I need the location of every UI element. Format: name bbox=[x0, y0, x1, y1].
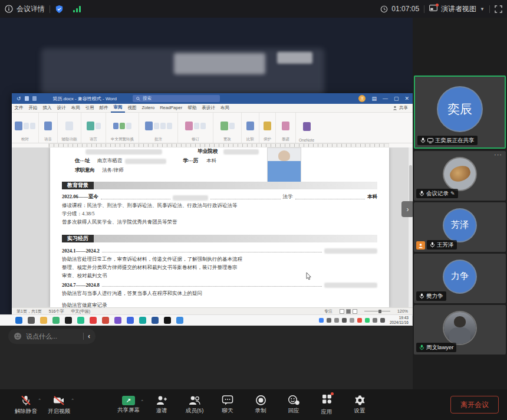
scrollbar-thumb[interactable] bbox=[409, 165, 412, 206]
taskbar-app-icon[interactable] bbox=[152, 317, 159, 324]
simplified-to-traditional-icon[interactable] bbox=[120, 123, 125, 129]
participant-tile[interactable]: 芳泽 王芳泽 bbox=[414, 202, 506, 252]
zoom-knob[interactable] bbox=[378, 310, 381, 313]
view-mode-selector[interactable]: 演讲者视图 ▼ bbox=[429, 4, 485, 14]
taskbar-app-icon[interactable] bbox=[52, 317, 60, 324]
start-video-button[interactable]: 开启视频 ⌃ bbox=[42, 395, 75, 415]
zoom-level[interactable]: 120% bbox=[397, 309, 408, 313]
tab-mailings[interactable]: 邮件 bbox=[97, 104, 111, 112]
network-quality[interactable] bbox=[73, 5, 81, 12]
tray-icon[interactable] bbox=[334, 318, 339, 323]
share-screen-button[interactable]: ↗ 共享屏幕 ⌃ bbox=[112, 396, 145, 414]
apps-button[interactable]: 应用 bbox=[310, 393, 343, 416]
document-page[interactable]: 毕业院校 住···址 南京市栖霞 学···历 本科 求职意向 法务/律师 bbox=[50, 147, 389, 307]
security-shield[interactable] bbox=[55, 5, 64, 14]
participant-tile[interactable]: ··· 会议记录 ✎ bbox=[414, 151, 506, 201]
taskbar-app-icon[interactable] bbox=[40, 317, 47, 324]
tray-icon[interactable] bbox=[342, 318, 347, 323]
tab-insert[interactable]: 插入 bbox=[40, 104, 54, 112]
leave-meeting-button[interactable]: 离开会议 bbox=[450, 396, 499, 414]
ribbon-display-icon[interactable]: ▤ bbox=[371, 96, 377, 101]
language-icon[interactable] bbox=[96, 123, 101, 129]
tab-layout[interactable]: 布局 bbox=[68, 104, 83, 112]
translate-icon[interactable] bbox=[87, 122, 94, 130]
quick-chat-bar[interactable]: 说点什么... ‹ bbox=[8, 329, 96, 344]
collapse-chat-icon[interactable]: ‹ bbox=[88, 332, 90, 340]
emoji-icon[interactable] bbox=[14, 332, 22, 340]
spellcheck-icon[interactable] bbox=[15, 122, 22, 130]
tray-icon[interactable] bbox=[373, 318, 377, 323]
previous-comment-icon[interactable] bbox=[160, 123, 166, 129]
edit-pencil-icon[interactable]: ✎ bbox=[450, 191, 455, 196]
zoom-slider[interactable] bbox=[364, 311, 390, 311]
tray-icon[interactable] bbox=[327, 318, 331, 323]
tab-review[interactable]: 审阅 bbox=[111, 103, 125, 113]
taskbar-app-icon[interactable] bbox=[15, 317, 22, 324]
taskbar-app-icon[interactable] bbox=[176, 317, 183, 324]
word-count[interactable]: 516个字 bbox=[49, 309, 64, 314]
restore-icon[interactable]: ▢ bbox=[394, 96, 399, 101]
more-options[interactable]: ··· bbox=[494, 151, 502, 158]
tab-design[interactable]: 设计 bbox=[54, 104, 68, 112]
web-layout-icon[interactable] bbox=[353, 309, 357, 314]
record-button[interactable]: 录制 bbox=[244, 395, 277, 415]
settings-button[interactable]: 设置 bbox=[343, 395, 376, 415]
tab-zotero[interactable]: Zotero bbox=[139, 104, 157, 112]
fullscreen-button[interactable] bbox=[495, 5, 502, 13]
tab-help[interactable]: 帮助 bbox=[185, 104, 199, 112]
onenote-icon[interactable] bbox=[303, 122, 311, 131]
doc-scrollbar[interactable] bbox=[409, 147, 413, 307]
word-count-icon[interactable] bbox=[30, 123, 35, 129]
taskbar-app-icon[interactable] bbox=[139, 317, 146, 324]
next-comment-icon[interactable] bbox=[167, 123, 172, 129]
tray-icon[interactable] bbox=[365, 318, 370, 323]
taskbar-app-icon[interactable] bbox=[102, 317, 109, 324]
chevron-up-icon[interactable]: ⌃ bbox=[140, 399, 144, 404]
reactions-button[interactable]: 回应 bbox=[277, 395, 310, 415]
tab-table-layout[interactable]: 布局 bbox=[218, 104, 232, 112]
language-indicator[interactable]: 中文(中国) bbox=[71, 309, 90, 314]
chat-button[interactable]: 聊天 bbox=[211, 395, 244, 415]
thesaurus-icon[interactable] bbox=[24, 123, 29, 129]
compare-icon[interactable] bbox=[246, 122, 254, 130]
word-title-bar[interactable]: ↺ 简历.docx - 兼容性模式 - Word 搜索 王 ▤ — ▢ ✕ bbox=[12, 93, 413, 104]
document-icon[interactable] bbox=[32, 96, 37, 101]
members-button[interactable]: 成员(5) bbox=[178, 395, 211, 415]
taskbar-app-icon[interactable] bbox=[65, 317, 72, 324]
tray-icon[interactable] bbox=[319, 318, 324, 323]
tray-icon[interactable] bbox=[350, 318, 354, 323]
sidebar-toggle-handle[interactable]: › bbox=[401, 201, 414, 217]
account-avatar[interactable]: 王 bbox=[358, 95, 366, 102]
taskbar-clock[interactable]: 19:43 2024/11/16 bbox=[390, 316, 413, 325]
ink-pen-icon[interactable] bbox=[282, 122, 289, 130]
taskbar-app-icon[interactable] bbox=[90, 317, 97, 324]
taskbar-app-icon[interactable] bbox=[127, 317, 134, 324]
page-indicator[interactable]: 第1页，共1页 bbox=[17, 309, 42, 314]
tab-view[interactable]: 视图 bbox=[125, 104, 139, 112]
tab-readpaper[interactable]: ReadPaper bbox=[157, 104, 185, 112]
minimize-icon[interactable]: — bbox=[383, 96, 388, 101]
check-accessibility-icon[interactable] bbox=[65, 122, 73, 130]
participant-tile[interactable]: 力争 樊力争 bbox=[414, 254, 506, 303]
participant-tile-sharing[interactable]: 奕辰 王奕辰正在共享 bbox=[414, 76, 506, 149]
invite-button[interactable]: 邀请 bbox=[145, 395, 178, 415]
taskbar-app-icon[interactable] bbox=[28, 317, 35, 324]
tray-icon[interactable] bbox=[357, 318, 362, 323]
tab-home[interactable]: 开始 bbox=[26, 104, 40, 112]
read-mode-icon[interactable] bbox=[340, 309, 344, 314]
markup-options-icon[interactable] bbox=[194, 123, 199, 129]
chat-input[interactable]: 说点什么... bbox=[26, 332, 79, 341]
print-layout-icon[interactable] bbox=[346, 309, 351, 314]
quick-access-toolbar[interactable]: ↺ bbox=[17, 96, 37, 101]
accept-icon[interactable] bbox=[220, 122, 228, 130]
track-changes-icon[interactable] bbox=[185, 122, 193, 130]
chevron-up-icon[interactable]: ⌃ bbox=[71, 398, 74, 403]
word-search-box[interactable]: 搜索 bbox=[133, 95, 220, 102]
convert-icon[interactable] bbox=[126, 123, 131, 129]
taskbar-app-icon[interactable] bbox=[114, 317, 121, 324]
taskbar-app-icon[interactable] bbox=[77, 317, 84, 324]
protect-icon[interactable] bbox=[264, 122, 271, 130]
meeting-details[interactable]: 会议详情 bbox=[5, 4, 45, 14]
reject-icon[interactable] bbox=[229, 123, 235, 129]
save-icon[interactable] bbox=[25, 96, 29, 101]
